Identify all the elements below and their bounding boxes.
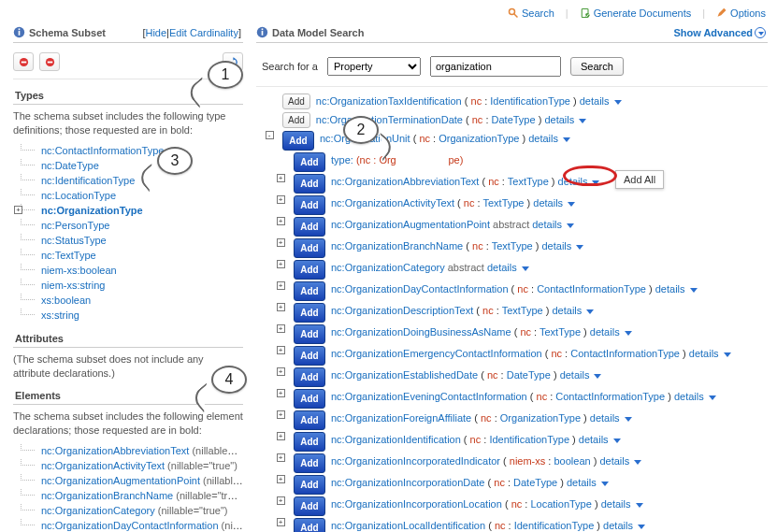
tree-item[interactable]: nc:PersonType bbox=[13, 218, 243, 233]
tree-item[interactable]: nc:IdentificationType bbox=[13, 173, 243, 188]
add-button[interactable]: Add bbox=[294, 238, 325, 258]
details-link[interactable]: details bbox=[601, 498, 631, 510]
expander-icon[interactable]: + bbox=[277, 389, 285, 397]
expander-icon[interactable]: + bbox=[277, 195, 285, 204]
tree-item-label[interactable]: nc:IdentificationType bbox=[41, 175, 135, 186]
details-link[interactable]: details bbox=[560, 369, 590, 381]
chevron-down-icon[interactable] bbox=[601, 482, 609, 486]
tree-item[interactable]: nc:LocationType bbox=[13, 188, 243, 203]
add-button[interactable]: Add bbox=[294, 518, 325, 532]
chevron-down-icon[interactable] bbox=[638, 525, 645, 529]
expander-icon[interactable]: + bbox=[14, 206, 22, 214]
tree-item-label[interactable]: xs:string bbox=[41, 309, 79, 321]
expander-icon[interactable]: + bbox=[277, 303, 285, 311]
details-link[interactable]: details bbox=[674, 391, 704, 402]
hide-link[interactable]: Hide bbox=[145, 27, 166, 38]
tree-item[interactable]: nc:ContactInformationType bbox=[13, 143, 243, 158]
chevron-down-icon[interactable] bbox=[522, 266, 529, 271]
result-name-link[interactable]: nc:OrganizationAbbreviationText bbox=[331, 176, 479, 187]
tree-item[interactable]: nc:OrganizationCategory (nillable="true"… bbox=[13, 503, 243, 518]
result-name-link[interactable]: nc:OrganizationBranchName bbox=[331, 240, 463, 252]
search-input[interactable] bbox=[430, 56, 561, 77]
tree-item[interactable]: +nc:OrganizationType bbox=[13, 203, 243, 218]
chevron-down-icon[interactable] bbox=[690, 288, 698, 293]
result-name-link[interactable]: nc:OrganizationIncorporationLocation bbox=[331, 498, 502, 510]
expander-icon[interactable]: + bbox=[277, 217, 285, 225]
delete-tree-button-2[interactable] bbox=[39, 52, 60, 71]
result-name-link[interactable]: nc:OrganizationActivityText bbox=[331, 197, 454, 208]
add-button[interactable]: Add bbox=[282, 93, 310, 109]
expander-icon[interactable]: + bbox=[277, 174, 285, 182]
add-button[interactable]: Add bbox=[294, 346, 325, 366]
expander-icon[interactable]: + bbox=[277, 367, 285, 376]
chevron-down-icon[interactable] bbox=[576, 245, 583, 250]
tree-item-label[interactable]: nc:DateType bbox=[41, 160, 99, 171]
tree-item-label[interactable]: nc:LocationType bbox=[41, 190, 116, 201]
add-button[interactable]: Add bbox=[294, 303, 325, 323]
expander-icon[interactable]: + bbox=[277, 260, 285, 268]
tree-item-label[interactable]: xs:boolean bbox=[41, 295, 91, 306]
chevron-down-icon[interactable] bbox=[755, 27, 766, 38]
chevron-down-icon[interactable] bbox=[634, 460, 641, 465]
delete-tree-button-1[interactable] bbox=[13, 52, 34, 71]
details-link[interactable]: details bbox=[590, 412, 620, 424]
tree-item-label[interactable]: nc:StatusType bbox=[41, 235, 107, 246]
result-name-link[interactable]: nc:OrganizationDescriptionText bbox=[331, 305, 473, 316]
tree-item-label[interactable]: nc:OrganizationAugmentationPoint bbox=[41, 475, 200, 486]
tree-item[interactable]: niem-xs:boolean bbox=[13, 263, 243, 278]
details-link[interactable]: details bbox=[541, 240, 571, 252]
details-link[interactable]: details bbox=[487, 262, 517, 273]
details-link[interactable]: details bbox=[567, 477, 597, 488]
chevron-down-icon[interactable] bbox=[594, 374, 601, 379]
add-button[interactable]: Add bbox=[294, 174, 325, 194]
add-button[interactable]: Add bbox=[294, 453, 325, 473]
tree-item[interactable]: niem-xs:string bbox=[13, 278, 243, 293]
add-button[interactable]: Add bbox=[294, 389, 325, 409]
top-search-link[interactable]: Search bbox=[508, 7, 554, 19]
add-button[interactable]: Add bbox=[294, 195, 325, 215]
tree-item-label[interactable]: nc:OrganizationType bbox=[41, 205, 143, 216]
details-link[interactable]: details bbox=[579, 434, 609, 445]
result-name-link[interactable]: nc:OrganizationEmergencyContactInformati… bbox=[331, 348, 542, 359]
chevron-down-icon[interactable] bbox=[567, 223, 574, 228]
chevron-down-icon[interactable] bbox=[592, 180, 599, 185]
tree-item-label[interactable]: nc:TextType bbox=[41, 250, 96, 261]
add-button[interactable]: Add bbox=[294, 367, 325, 387]
tree-item[interactable]: nc:DateType bbox=[13, 158, 243, 173]
tree-item[interactable]: nc:TextType bbox=[13, 248, 243, 263]
chevron-down-icon[interactable] bbox=[586, 309, 594, 314]
expander-icon[interactable]: + bbox=[277, 324, 285, 333]
details-link[interactable]: details bbox=[552, 305, 582, 316]
tree-item[interactable]: xs:boolean bbox=[13, 293, 243, 308]
expander-icon[interactable]: + bbox=[277, 475, 285, 483]
expander-icon[interactable]: + bbox=[277, 238, 285, 247]
details-link[interactable]: details bbox=[580, 95, 610, 107]
result-name-link[interactable]: nc:OrganizationTerminationDate bbox=[316, 114, 463, 125]
search-button[interactable]: Search bbox=[570, 57, 624, 76]
chevron-down-icon[interactable] bbox=[636, 503, 643, 508]
result-name-link[interactable]: nc:OrganizationIdentification bbox=[331, 434, 461, 445]
expander-icon[interactable]: + bbox=[277, 410, 285, 419]
details-link[interactable]: details bbox=[532, 219, 562, 230]
tree-item-label[interactable]: nc:PersonType bbox=[41, 220, 109, 231]
search-kind-select[interactable]: Property bbox=[327, 57, 421, 76]
tree-item[interactable]: nc:OrganizationActivityText (nillable="t… bbox=[13, 458, 243, 473]
chevron-down-icon[interactable] bbox=[625, 331, 632, 336]
expander-icon[interactable]: + bbox=[277, 496, 285, 505]
chevron-down-icon[interactable] bbox=[625, 417, 632, 422]
add-button[interactable]: Add bbox=[294, 324, 325, 344]
chevron-down-icon[interactable] bbox=[724, 352, 731, 357]
result-name-link[interactable]: nc:OrganizationDayContactInformation bbox=[331, 283, 509, 295]
details-link[interactable]: details bbox=[544, 114, 574, 125]
tree-item[interactable]: nc:OrganizationAugmentationPoint (nillab… bbox=[13, 473, 243, 488]
result-name-link[interactable]: nc:OrganizationForeignAffiliate bbox=[331, 412, 471, 424]
details-link[interactable]: details bbox=[533, 197, 563, 208]
top-generate-link[interactable]: Generate Documents bbox=[580, 7, 692, 19]
result-name-link[interactable]: nc:OrganizationTaxIdentification bbox=[316, 95, 462, 107]
expander-icon[interactable]: + bbox=[277, 518, 285, 526]
top-options-link[interactable]: Options bbox=[716, 7, 766, 19]
chevron-down-icon[interactable] bbox=[613, 439, 621, 443]
result-name-link[interactable]: nc:OrganizationAugmentationPoint bbox=[331, 219, 490, 230]
expander-icon[interactable]: + bbox=[277, 453, 285, 462]
result-name-link[interactable]: nc:OrganizationEstablishedDate bbox=[331, 369, 478, 381]
